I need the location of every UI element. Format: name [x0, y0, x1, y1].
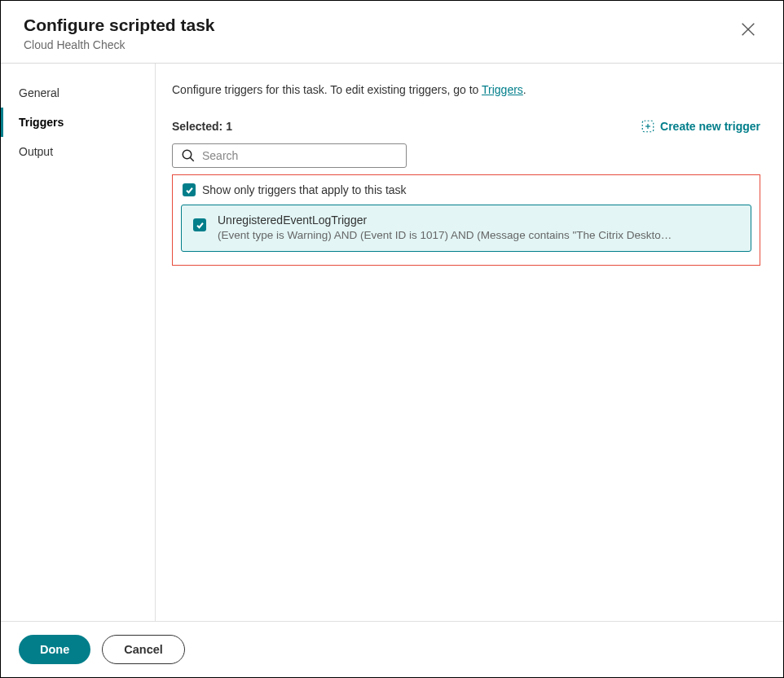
trigger-checkbox[interactable] [193, 218, 206, 231]
selected-count: Selected: 1 [172, 120, 232, 133]
svg-point-5 [183, 150, 192, 159]
trigger-row[interactable]: UnregisteredEventLogTrigger (Event type … [181, 205, 751, 252]
cancel-button[interactable]: Cancel [102, 635, 185, 664]
filter-label: Show only triggers that apply to this ta… [202, 183, 407, 196]
highlighted-area: Show only triggers that apply to this ta… [172, 174, 760, 266]
search-input[interactable] [202, 149, 398, 162]
sidebar: General Triggers Output [1, 64, 156, 621]
check-icon [185, 186, 194, 195]
svg-line-6 [190, 157, 194, 161]
dialog-footer: Done Cancel [1, 621, 783, 677]
check-icon [196, 221, 205, 230]
close-button[interactable] [736, 17, 760, 44]
search-box[interactable] [172, 143, 407, 168]
dialog-header: Configure scripted task Cloud Health Che… [1, 1, 783, 64]
add-icon [641, 119, 655, 134]
sidebar-item-triggers[interactable]: Triggers [1, 108, 155, 137]
instruction-text: Configure triggers for this task. To edi… [172, 83, 760, 96]
triggers-link[interactable]: Triggers [482, 83, 523, 96]
dialog-title: Configure scripted task [24, 15, 215, 35]
trigger-description: (Event type is Warning) AND (Event ID is… [218, 228, 674, 243]
trigger-name: UnregisteredEventLogTrigger [218, 214, 674, 227]
done-button[interactable]: Done [19, 635, 90, 664]
main-panel: Configure triggers for this task. To edi… [156, 64, 783, 621]
create-trigger-button[interactable]: Create new trigger [641, 119, 760, 134]
dialog-subtitle: Cloud Health Check [24, 38, 215, 51]
filter-checkbox[interactable] [183, 183, 196, 196]
search-icon [181, 148, 196, 163]
sidebar-item-general[interactable]: General [1, 78, 155, 108]
sidebar-item-output[interactable]: Output [1, 137, 155, 166]
close-icon [739, 20, 757, 38]
